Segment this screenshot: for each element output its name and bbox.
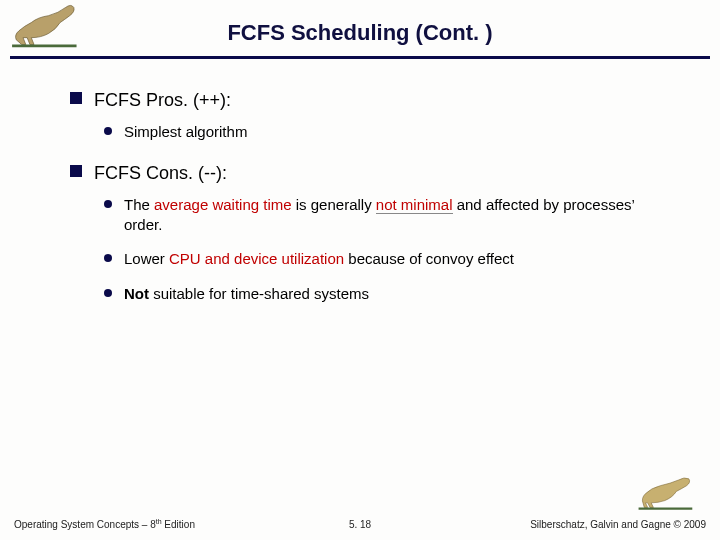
title-rule <box>10 56 710 59</box>
text: Operating System Concepts – 8 <box>14 519 156 530</box>
slide-header: FCFS Scheduling (Cont. ) <box>0 0 720 60</box>
pros-item-1: Simplest algorithm <box>104 122 672 142</box>
slide-body: FCFS Pros. (++): Simplest algorithm FCFS… <box>0 60 720 304</box>
slide: FCFS Scheduling (Cont. ) FCFS Pros. (++)… <box>0 0 720 540</box>
dinosaur-running-icon <box>10 2 80 50</box>
cons-sublist: The average waiting time is generally no… <box>104 195 672 304</box>
cons-item-3: Not suitable for time-shared systems <box>104 284 672 304</box>
footer-copyright: Silberschatz, Galvin and Gagne © 2009 <box>530 519 706 530</box>
accent-text: CPU and device utilization <box>169 250 344 267</box>
pros-sublist: Simplest algorithm <box>104 122 672 142</box>
text: is generally <box>292 196 376 213</box>
cons-item-2: Lower CPU and device utilization because… <box>104 249 672 269</box>
bullet-pros: FCFS Pros. (++): <box>70 88 672 112</box>
text: because of convoy effect <box>344 250 514 267</box>
bold-text: Not <box>124 285 149 302</box>
text: suitable for time-shared systems <box>149 285 369 302</box>
footer-left: Operating System Concepts – 8th Edition <box>14 518 195 530</box>
slide-footer: Operating System Concepts – 8th Edition … <box>0 472 720 532</box>
text: Lower <box>124 250 169 267</box>
bullet-cons: FCFS Cons. (--): <box>70 161 672 185</box>
cons-item-1: The average waiting time is generally no… <box>104 195 672 236</box>
underlined-text: not minimal <box>376 196 453 214</box>
footer-page-number: 5. 18 <box>349 519 371 530</box>
slide-title: FCFS Scheduling (Cont. ) <box>0 0 720 46</box>
text: Edition <box>162 519 195 530</box>
accent-text: average waiting time <box>154 196 292 213</box>
text: The <box>124 196 154 213</box>
dinosaur-standing-icon <box>636 472 696 512</box>
